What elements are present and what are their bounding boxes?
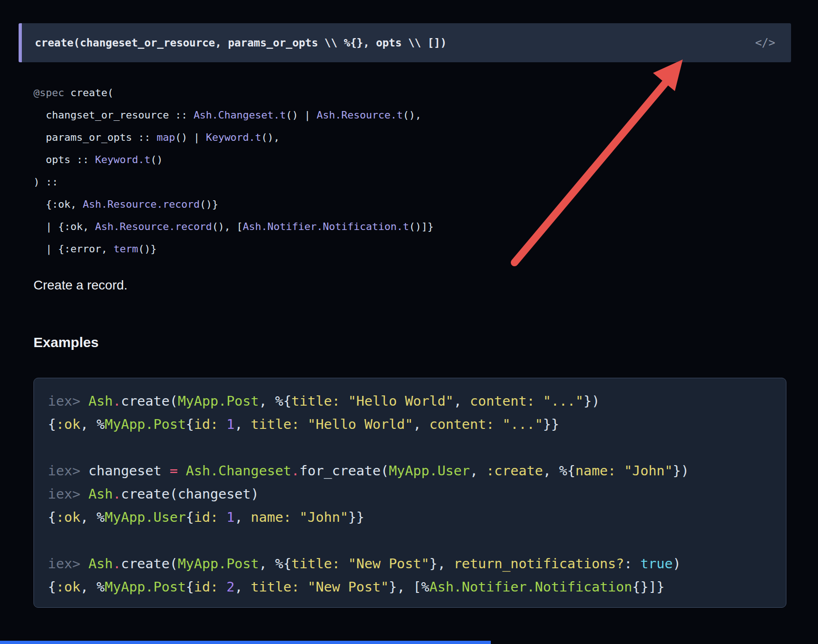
code-line: changset_or_resource :: Ash.Changeset.t(…	[33, 104, 434, 126]
code-line: params_or_opts :: map() | Keyword.t(),	[33, 126, 434, 149]
red-arrow-shaft	[515, 80, 668, 263]
code-line	[48, 436, 772, 459]
code-line: iex> changeset = Ash.Changeset.for_creat…	[48, 459, 772, 482]
function-signature-header: create(changeset_or_resource, params_or_…	[19, 23, 791, 62]
code-line: iex> Ash.create(MyApp.Post, %{title: "Ne…	[48, 552, 772, 575]
code-line	[48, 529, 772, 552]
code-line: {:ok, %MyApp.Post{id: 1, title: "Hello W…	[48, 413, 772, 436]
code-line: {:ok, %MyApp.Post{id: 2, title: "New Pos…	[48, 575, 772, 598]
code-line: | {:ok, Ash.Resource.record(), [Ash.Noti…	[33, 216, 434, 238]
code-line: iex> Ash.create(MyApp.Post, %{title: "He…	[48, 389, 772, 413]
code-line: {:ok, Ash.Resource.record()}	[33, 193, 434, 216]
view-source-icon[interactable]: </>	[755, 36, 775, 49]
function-description: Create a record.	[33, 278, 127, 293]
code-line: iex> Ash.create(changeset)	[48, 482, 772, 506]
red-arrow-head	[653, 59, 683, 91]
example-code: iex> Ash.create(MyApp.Post, %{title: "He…	[48, 389, 772, 598]
page: { "header": { "signature": "create(chang…	[0, 0, 818, 644]
typespec-block: @spec create( changset_or_resource :: As…	[33, 82, 434, 260]
code-line: | {:error, term()}	[33, 238, 434, 260]
code-line: ) ::	[33, 171, 434, 193]
function-signature: create(changeset_or_resource, params_or_…	[35, 37, 447, 49]
horizontal-scrollbar[interactable]	[0, 641, 491, 644]
code-line: {:ok, %MyApp.User{id: 1, name: "John"}}	[48, 506, 772, 529]
code-line: opts :: Keyword.t()	[33, 149, 434, 171]
code-line: @spec create(	[33, 82, 434, 104]
example-code-block: iex> Ash.create(MyApp.Post, %{title: "He…	[33, 378, 786, 608]
examples-heading: Examples	[33, 335, 99, 350]
